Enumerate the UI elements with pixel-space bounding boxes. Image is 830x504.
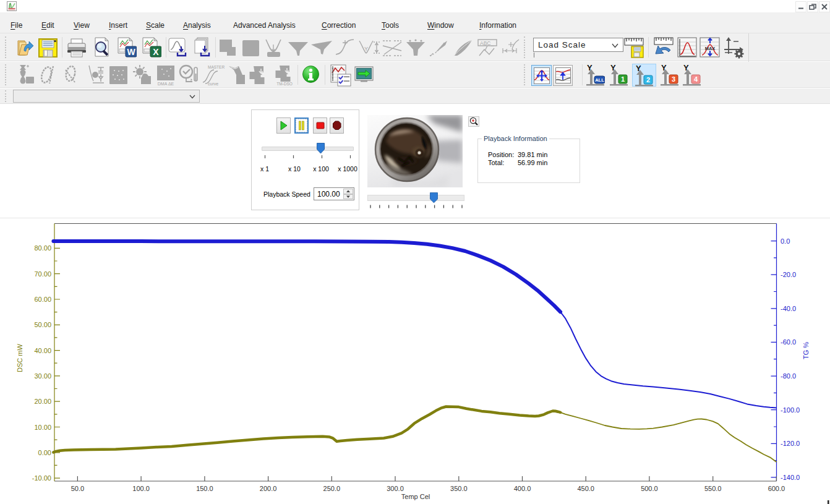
svg-text:70.00: 70.00 — [34, 270, 51, 278]
svg-text:curve: curve — [208, 82, 218, 86]
svg-text:DSC mW: DSC mW — [16, 343, 24, 372]
svg-text:W: W — [127, 47, 135, 57]
svg-text:50.00: 50.00 — [34, 321, 51, 328]
svg-text:3: 3 — [672, 75, 675, 83]
svg-text:200.0: 200.0 — [260, 485, 277, 492]
svg-text:400.0: 400.0 — [514, 485, 531, 492]
svg-text:MAX: MAX — [705, 46, 716, 51]
svg-text:MASTER: MASTER — [208, 65, 225, 69]
svg-text:-40.0: -40.0 — [781, 305, 796, 312]
svg-text:X: X — [153, 47, 159, 57]
svg-text:300.0: 300.0 — [387, 485, 404, 492]
svg-text:DMA ΔE: DMA ΔE — [158, 82, 174, 86]
svg-text:0.0: 0.0 — [781, 237, 790, 245]
svg-text:10.00: 10.00 — [34, 424, 51, 431]
svg-text:600.0: 600.0 — [768, 485, 785, 492]
svg-text:250.0: 250.0 — [323, 485, 341, 492]
svg-text:Temp Cel: Temp Cel — [401, 493, 430, 500]
svg-text:80.00: 80.00 — [34, 244, 51, 252]
svg-text:500.0: 500.0 — [641, 485, 658, 492]
svg-text:350.0: 350.0 — [450, 485, 468, 492]
svg-text:-100.0: -100.0 — [781, 406, 800, 414]
svg-text:ALL: ALL — [595, 77, 604, 83]
svg-text:-120.0: -120.0 — [781, 440, 800, 447]
svg-text:TG %: TG % — [802, 342, 810, 359]
svg-text:4: 4 — [694, 75, 698, 83]
svg-text:Y: Y — [364, 46, 368, 52]
svg-text:ABC_: ABC_ — [480, 40, 494, 46]
svg-text:550.0: 550.0 — [704, 485, 722, 492]
svg-text:TM-DSO: TM-DSO — [276, 82, 293, 86]
svg-text:-60.0: -60.0 — [781, 338, 796, 346]
svg-text:-80.0: -80.0 — [781, 372, 796, 380]
svg-text:40.00: 40.00 — [34, 347, 51, 354]
svg-text:100.0: 100.0 — [132, 485, 150, 492]
svg-text:20.00: 20.00 — [34, 398, 51, 405]
svg-text:1: 1 — [621, 75, 625, 83]
svg-text:450.0: 450.0 — [577, 485, 594, 492]
svg-text:2: 2 — [646, 76, 650, 83]
svg-text:0.00: 0.00 — [38, 449, 51, 456]
svg-text:150.0: 150.0 — [196, 485, 213, 492]
svg-text:30.00: 30.00 — [34, 372, 51, 380]
svg-text:60.00: 60.00 — [34, 296, 51, 303]
svg-text:50.0: 50.0 — [71, 485, 84, 492]
svg-text:-20.0: -20.0 — [781, 271, 796, 278]
svg-text:-140.0: -140.0 — [781, 474, 800, 481]
svg-text:-10.00: -10.00 — [32, 474, 51, 482]
